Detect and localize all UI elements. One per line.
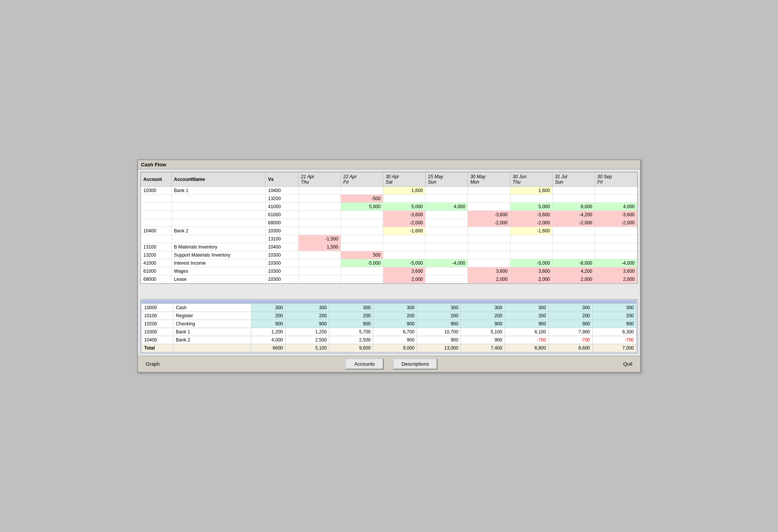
val-cell: 1,200 xyxy=(251,328,286,336)
val-cell: 5,000 xyxy=(383,203,426,211)
val-cell xyxy=(426,235,468,243)
val-cell: -500 xyxy=(341,195,383,203)
val-cell xyxy=(298,259,341,267)
accountname-cell: Bank 2 xyxy=(173,336,251,344)
content-area: Account AccountName Vs 21 AprThu 22 AprF… xyxy=(138,169,640,356)
descriptions-button[interactable]: Descriptions xyxy=(393,358,437,370)
val-cell: 900 xyxy=(373,320,417,328)
val-cell: 5,000 xyxy=(510,203,552,211)
val-cell: 300 xyxy=(329,304,373,312)
vs-cell: 10300 xyxy=(266,275,299,283)
val-cell: -700 xyxy=(592,336,636,344)
val-cell: 900 xyxy=(505,320,549,328)
account-cell: 10300 xyxy=(142,328,173,336)
accountname-cell: Register xyxy=(173,312,251,320)
table-row: 68000 -2,000 -2,000 -2,000 -2,000 -2,000 xyxy=(141,219,637,227)
val-cell: -5,000 xyxy=(341,259,383,267)
account-cell xyxy=(141,235,172,243)
total-val: 7,400 xyxy=(461,344,505,352)
val-cell xyxy=(552,251,595,259)
val-cell xyxy=(426,211,468,219)
accountname-cell xyxy=(171,195,266,203)
val-cell xyxy=(341,219,383,227)
val-cell xyxy=(468,259,510,267)
accounts-button[interactable]: Accounts xyxy=(345,358,384,370)
upper-table-container: Account AccountName Vs 21 AprThu 22 AprF… xyxy=(140,172,638,284)
val-cell: 6,700 xyxy=(373,328,417,336)
table-row: 61000 Wages 10300 3,600 3,600 3,600 4,20… xyxy=(141,267,637,275)
val-cell: -3,600 xyxy=(510,211,552,219)
val-cell xyxy=(426,187,468,195)
val-cell: -3,600 xyxy=(383,211,426,219)
val-cell: 900 xyxy=(417,336,461,344)
val-cell xyxy=(510,235,552,243)
val-cell: -5,000 xyxy=(510,259,552,267)
val-cell: 900 xyxy=(329,320,373,328)
val-cell xyxy=(341,227,383,235)
val-cell: 5,100 xyxy=(461,328,505,336)
val-cell xyxy=(552,187,595,195)
total-val: 5,100 xyxy=(286,344,329,352)
val-cell xyxy=(595,227,637,235)
val-cell xyxy=(595,195,637,203)
val-cell: 900 xyxy=(417,320,461,328)
val-cell: -2,000 xyxy=(595,219,637,227)
val-cell xyxy=(383,235,426,243)
val-cell: 300 xyxy=(251,304,286,312)
val-cell: 200 xyxy=(329,312,373,320)
accountname-cell xyxy=(171,203,266,211)
val-cell: -2,000 xyxy=(552,219,595,227)
val-cell xyxy=(298,211,341,219)
val-cell: -700 xyxy=(505,336,549,344)
val-cell: 1,600 xyxy=(383,187,426,195)
val-cell xyxy=(510,251,552,259)
account-cell: 61000 xyxy=(141,267,172,275)
val-cell: -8,000 xyxy=(552,259,595,267)
cash-flow-table: Account AccountName Vs 21 AprThu 22 AprF… xyxy=(141,172,637,283)
header-date6: 30 JunThu xyxy=(510,172,552,187)
total-row: Total 6600 5,100 9,600 9,000 13,000 7,40… xyxy=(142,344,637,352)
val-cell xyxy=(510,243,552,251)
val-cell: -4,000 xyxy=(595,259,637,267)
val-cell xyxy=(468,203,510,211)
table-row: 13100 -1,500 xyxy=(141,235,637,243)
vs-cell: 10300 xyxy=(266,227,299,235)
account-cell: 10100 xyxy=(142,312,173,320)
val-cell: -5,000 xyxy=(383,259,426,267)
val-cell: 4,000 xyxy=(251,336,286,344)
vs-cell: 13100 xyxy=(266,235,299,243)
val-cell: 4,000 xyxy=(426,203,468,211)
val-cell xyxy=(298,195,341,203)
total-label: Total xyxy=(142,344,173,352)
val-cell: -4,000 xyxy=(426,259,468,267)
val-cell: 300 xyxy=(505,304,549,312)
val-cell: 10,700 xyxy=(417,328,461,336)
header-date7: 31 JulSun xyxy=(552,172,595,187)
val-cell xyxy=(298,187,341,195)
accountname-cell: Bank 2 xyxy=(171,227,266,235)
val-cell: 8,000 xyxy=(552,203,595,211)
header-date8: 30 SepFri xyxy=(595,172,637,187)
val-cell xyxy=(468,195,510,203)
val-cell: 6,300 xyxy=(592,328,636,336)
vs-cell: 10400 xyxy=(266,187,299,195)
val-cell xyxy=(341,267,383,275)
val-cell: 2,000 xyxy=(383,275,426,283)
account-cell: 10400 xyxy=(142,336,173,344)
val-cell xyxy=(341,187,383,195)
table-row: 10000 Cash 300 300 300 300 300 300 300 3… xyxy=(142,304,637,312)
quit-label[interactable]: Quit xyxy=(619,359,636,369)
accountname-cell: Interest Income xyxy=(171,259,266,267)
val-cell: 200 xyxy=(549,312,592,320)
total-val: 8,600 xyxy=(549,344,592,352)
val-cell xyxy=(595,243,637,251)
val-cell: 3,600 xyxy=(383,267,426,275)
val-cell xyxy=(426,195,468,203)
val-cell xyxy=(468,251,510,259)
val-cell xyxy=(341,243,383,251)
accountname-cell: Cash xyxy=(173,304,251,312)
header-date2: 22 AprFri xyxy=(341,172,383,187)
table-row: 68000 Lease 10300 2,000 2,000 2,000 2,00… xyxy=(141,275,637,283)
header-vs: Vs xyxy=(266,172,299,187)
account-cell: 10400 xyxy=(141,227,172,235)
